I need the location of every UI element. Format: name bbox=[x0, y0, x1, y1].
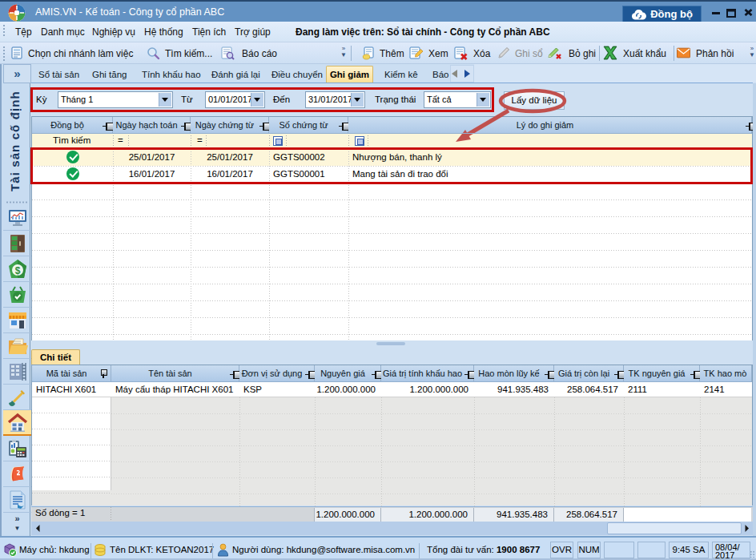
svg-text:$: $ bbox=[14, 265, 20, 276]
